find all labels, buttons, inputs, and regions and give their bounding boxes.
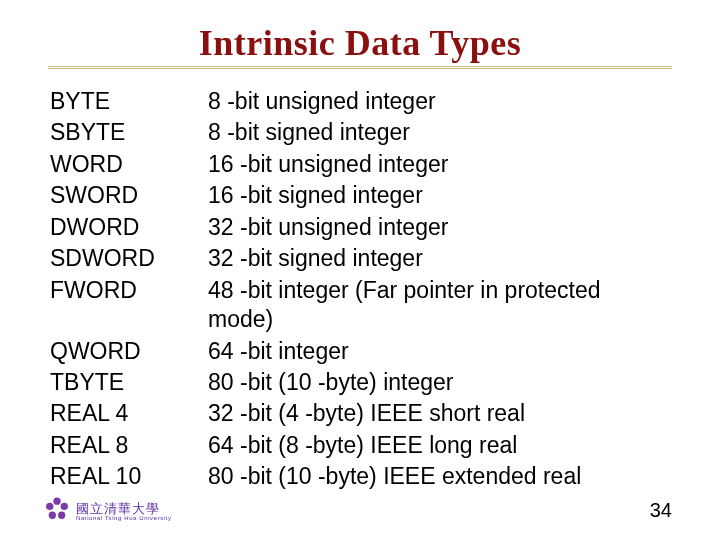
svg-point-3 (49, 512, 56, 519)
type-desc: 32 -bit (4 -byte) IEEE short real (208, 399, 672, 428)
type-desc: 16 -bit signed integer (208, 181, 672, 210)
type-name: REAL 10 (50, 462, 200, 491)
type-name: REAL 4 (50, 399, 200, 428)
type-desc: 64 -bit integer (208, 337, 672, 366)
university-name: 國立清華大學 National Tsing Hua University (76, 502, 172, 521)
type-name: SWORD (50, 181, 200, 210)
type-name: BYTE (50, 87, 200, 116)
svg-point-4 (46, 503, 53, 510)
svg-point-2 (58, 512, 65, 519)
type-desc: 32 -bit unsigned integer (208, 213, 672, 242)
type-desc: 16 -bit unsigned integer (208, 150, 672, 179)
type-name: DWORD (50, 213, 200, 242)
type-name: QWORD (50, 337, 200, 366)
type-desc: 48 -bit integer (Far pointer in protecte… (208, 276, 672, 335)
university-name-zh: 國立清華大學 (76, 502, 172, 515)
plum-blossom-icon (44, 496, 70, 526)
university-logo: 國立清華大學 National Tsing Hua University (44, 496, 172, 526)
type-desc: 8 -bit unsigned integer (208, 87, 672, 116)
slide: Intrinsic Data Types BYTE 8 -bit unsigne… (0, 0, 720, 540)
type-name: SDWORD (50, 244, 200, 273)
svg-point-5 (55, 507, 60, 512)
type-name: TBYTE (50, 368, 200, 397)
type-desc: 64 -bit (8 -byte) IEEE long real (208, 431, 672, 460)
title-underline (48, 66, 672, 69)
type-name: FWORD (50, 276, 200, 335)
type-desc: 80 -bit (10 -byte) IEEE extended real (208, 462, 672, 491)
type-desc: 8 -bit signed integer (208, 118, 672, 147)
page-number: 34 (650, 499, 672, 522)
svg-point-0 (53, 498, 60, 505)
type-name: WORD (50, 150, 200, 179)
footer: 國立清華大學 National Tsing Hua University 34 (0, 492, 720, 526)
university-name-en: National Tsing Hua University (76, 515, 172, 521)
type-name: SBYTE (50, 118, 200, 147)
type-name: REAL 8 (50, 431, 200, 460)
data-types-table: BYTE 8 -bit unsigned integer SBYTE 8 -bi… (50, 87, 672, 492)
type-desc: 32 -bit signed integer (208, 244, 672, 273)
slide-title: Intrinsic Data Types (48, 22, 672, 64)
type-desc: 80 -bit (10 -byte) integer (208, 368, 672, 397)
svg-point-1 (61, 503, 68, 510)
